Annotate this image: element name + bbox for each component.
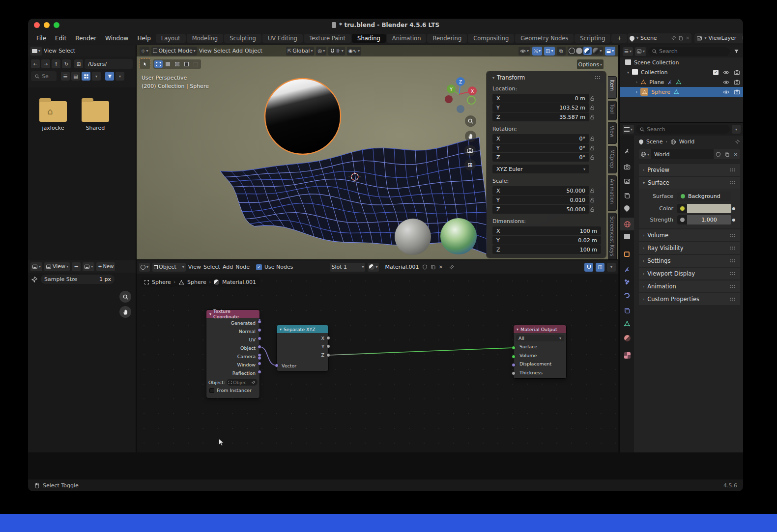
render-preview-toggle[interactable]: ⬓▾ [605, 47, 615, 56]
rotation-x-field[interactable]: X0° [492, 134, 589, 143]
use-nodes-checkbox[interactable]: ✓ Use Nodes [256, 264, 293, 270]
color-socket-icon[interactable] [677, 204, 687, 213]
shading-dropdown[interactable]: ▾ [600, 49, 602, 53]
workspace-tab-animation[interactable]: Animation [387, 34, 427, 43]
socket-surface[interactable] [512, 346, 516, 350]
material-name-field[interactable]: Material.001 ✕ [381, 263, 446, 272]
viewport-area[interactable]: Z Y X ⊹▾ Object Mode▾ View Select Add Ob… [137, 45, 618, 260]
hide-eye-icon[interactable] [723, 79, 729, 85]
tab-constraints[interactable] [624, 307, 631, 314]
workspace-tab-layout[interactable]: Layout [156, 34, 186, 43]
socket-x[interactable] [326, 336, 330, 340]
viewport-perspective-button[interactable]: ⊞ [464, 159, 476, 170]
shading-solid-button[interactable] [576, 48, 582, 54]
menu-edit[interactable]: Edit [51, 35, 71, 42]
copy-scene-icon[interactable] [678, 35, 684, 41]
breadcrumb-world[interactable]: World [679, 139, 695, 145]
tab-modifiers[interactable] [624, 266, 631, 273]
collapse-icon[interactable]: ▾ [492, 76, 494, 80]
sidebar-tab-mcprep[interactable]: MCprep [608, 146, 617, 173]
breadcrumb-mesh[interactable]: Sphere [187, 279, 206, 285]
proportional-editing-toggle[interactable]: ◉∿▾ [347, 47, 361, 56]
image-view-menu[interactable]: View▾ [44, 262, 70, 271]
strength-socket-icon[interactable] [677, 215, 687, 224]
lock-icon[interactable] [589, 95, 601, 101]
scale-z-field[interactable]: Z50.000 [492, 205, 589, 214]
eyedropper-icon[interactable] [251, 380, 256, 385]
outliner-row-scene-collection[interactable]: Scene Collection [620, 57, 743, 67]
active-tool-button[interactable] [140, 58, 150, 69]
tab-scene[interactable] [623, 204, 631, 212]
viewport-zoom-button[interactable] [465, 115, 476, 127]
outliner-row-collection[interactable]: ▾ Collection ✓ [620, 67, 743, 77]
socket-vector[interactable] [275, 364, 279, 367]
dimensions-y-field[interactable]: Y0.02 m [492, 236, 601, 245]
menu-window[interactable]: Window [101, 35, 133, 42]
location-z-field[interactable]: Z35.587 m [492, 112, 589, 121]
output-object[interactable]: Object [206, 344, 256, 352]
tab-collection[interactable] [624, 235, 630, 239]
expand-icon[interactable]: › [636, 80, 637, 84]
select-mode-extend-button[interactable] [164, 60, 172, 68]
overlays-toggle[interactable]: ◫▾ [544, 47, 554, 56]
up-directory-button[interactable]: ↑ [52, 59, 60, 68]
panel-viewport-display[interactable]: ›Viewport Display [639, 268, 740, 280]
sidebar-tab-animation[interactable]: Animation [608, 175, 617, 211]
expand-icon[interactable]: ▾ [627, 70, 629, 75]
editor-type-button[interactable]: ☰▾ [623, 47, 633, 56]
workspace-tab-scripting[interactable]: Scripting [575, 34, 610, 43]
color-swatch[interactable] [687, 204, 731, 213]
file-search-input[interactable]: Se [31, 71, 57, 81]
tab-material[interactable] [624, 335, 631, 341]
editor-type-button[interactable]: ▾ [30, 47, 42, 56]
filter-button[interactable] [732, 47, 741, 56]
sample-size-field[interactable]: Sample Size 1 px [41, 275, 115, 284]
add-workspace-button[interactable]: + [611, 34, 627, 43]
output-window[interactable]: Window [206, 361, 256, 369]
menu-add[interactable]: Add [232, 48, 243, 54]
workspace-tab-texture-paint[interactable]: Texture Paint [304, 34, 351, 43]
transform-orientation-selector[interactable]: ⇱Global▾ [286, 47, 315, 56]
menu-toggle-button[interactable]: ☰ [72, 262, 81, 271]
rotation-z-field[interactable]: Z0° [492, 153, 589, 162]
zoom-in-button[interactable] [119, 291, 131, 303]
output-reflection[interactable]: Reflection [206, 369, 256, 377]
workspace-tab-uv-editing[interactable]: UV Editing [262, 34, 303, 43]
panel-volume[interactable]: ›Volume [639, 229, 740, 241]
input-volume[interactable]: Volume [519, 351, 566, 360]
hide-eye-icon[interactable] [723, 89, 729, 95]
tab-view-layer[interactable] [624, 192, 631, 199]
refresh-button[interactable]: ↻ [62, 59, 71, 68]
pivot-point-selector[interactable]: ◎▾ [316, 47, 326, 56]
panel-animation[interactable]: ›Animation [639, 280, 740, 292]
socket-volume[interactable] [512, 355, 516, 359]
menu-select[interactable]: Select [203, 264, 220, 270]
dimensions-z-field[interactable]: Z100 m [492, 245, 601, 254]
outliner-row-plane[interactable]: › Plane [620, 77, 743, 87]
dimensions-x-field[interactable]: X100 m [492, 226, 601, 235]
location-x-field[interactable]: X0 m [492, 94, 589, 103]
display-settings-dropdown[interactable]: ▾ [92, 72, 101, 81]
pan-button[interactable] [119, 306, 131, 318]
disable-render-icon[interactable] [734, 89, 740, 95]
disable-render-icon[interactable] [734, 69, 740, 76]
socket-normal[interactable] [258, 328, 261, 332]
input-thickness[interactable]: Thickness [519, 368, 566, 377]
breadcrumb-scene[interactable]: Scene [646, 139, 663, 145]
disable-render-icon[interactable] [734, 79, 740, 85]
filter-toggle-button[interactable] [105, 72, 114, 81]
editor-type-button[interactable]: ▾ [30, 262, 42, 271]
fake-user-icon[interactable] [422, 264, 428, 270]
drag-handle[interactable] [595, 76, 601, 80]
sidebar-tab-view[interactable]: View [608, 122, 617, 144]
outliner-search-input[interactable]: Search [648, 47, 730, 56]
input-surface[interactable]: Surface [519, 342, 566, 351]
from-instancer-checkbox[interactable] [209, 388, 214, 393]
snapping-toggle[interactable]: ⊪▾ [328, 47, 345, 56]
scale-x-field[interactable]: X50.000 [492, 186, 589, 195]
world-name-field[interactable]: World [651, 149, 714, 159]
workspace-tab-geometry-nodes[interactable]: Geometry Nodes [515, 34, 574, 43]
properties-search-input[interactable]: Search [636, 125, 730, 134]
file-item-folder[interactable]: ⌂ jaxlocke [36, 101, 70, 131]
workspace-tab-sculpting[interactable]: Sculpting [224, 34, 261, 43]
